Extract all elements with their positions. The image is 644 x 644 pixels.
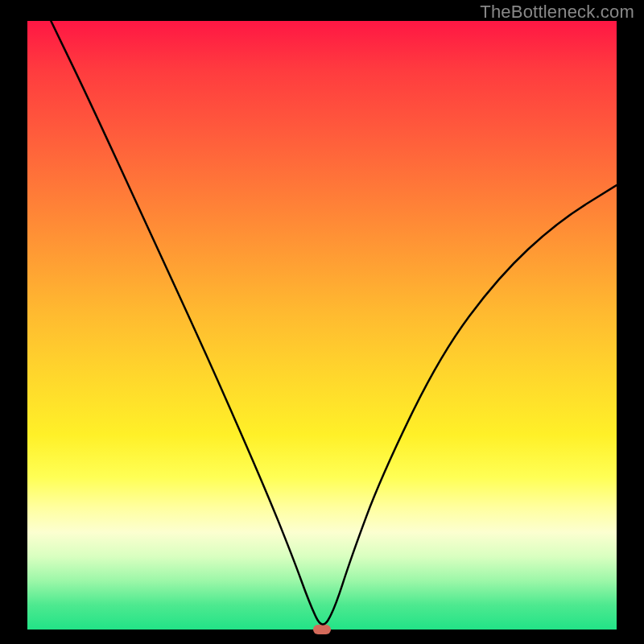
- curve-svg: [27, 21, 617, 630]
- watermark-text: TheBottleneck.com: [480, 2, 634, 23]
- curve-path: [51, 21, 617, 625]
- chart-frame: TheBottleneck.com: [0, 0, 644, 644]
- plot-area: [27, 21, 617, 630]
